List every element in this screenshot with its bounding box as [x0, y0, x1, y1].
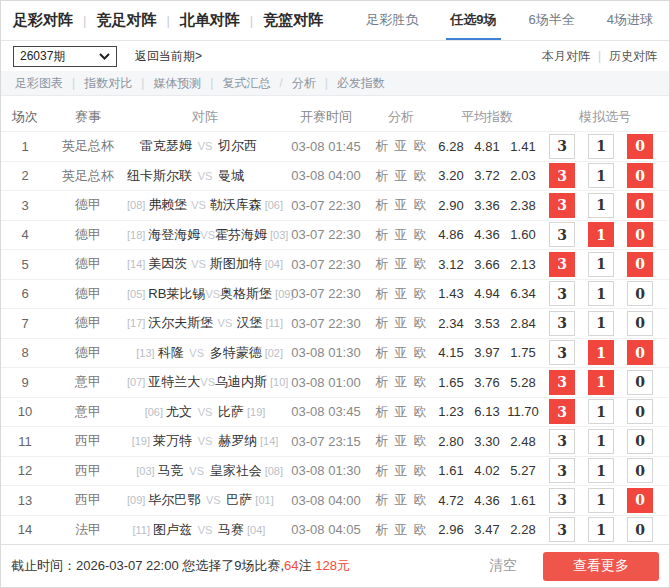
pick-1-button[interactable]: 1: [588, 163, 614, 188]
subnav-item-6[interactable]: 必发指数: [337, 75, 385, 92]
analysis-link-ya[interactable]: 亚: [395, 491, 408, 509]
analysis-link-ya[interactable]: 亚: [395, 373, 408, 391]
analysis-link-ya[interactable]: 亚: [395, 403, 408, 421]
analysis-link-xi[interactable]: 析: [376, 167, 389, 185]
analysis-link-ou[interactable]: 欧: [414, 521, 427, 539]
history-matches-link[interactable]: 历史对阵: [609, 48, 657, 65]
analysis-link-ya[interactable]: 亚: [395, 255, 408, 273]
analysis-link-xi[interactable]: 析: [376, 137, 389, 155]
analysis-link-xi[interactable]: 析: [376, 255, 389, 273]
analysis-link-ya[interactable]: 亚: [395, 167, 408, 185]
analysis-link-ou[interactable]: 欧: [414, 314, 427, 332]
play-type-tab-1[interactable]: 足彩胜负: [362, 1, 422, 40]
pick-3-button[interactable]: 3: [549, 311, 575, 336]
analysis-link-xi[interactable]: 析: [376, 373, 389, 391]
pick-1-button[interactable]: 1: [588, 488, 614, 513]
subnav-item-3[interactable]: 媒体预测: [153, 75, 201, 92]
pick-1-button[interactable]: 1: [588, 252, 614, 277]
pick-3-button[interactable]: 3: [549, 252, 575, 277]
analysis-link-xi[interactable]: 析: [376, 196, 389, 214]
pick-3-button[interactable]: 3: [549, 399, 575, 424]
month-matches-link[interactable]: 本月对阵: [542, 48, 590, 65]
subnav-item-2[interactable]: 指数对比: [84, 75, 132, 92]
analysis-link-ya[interactable]: 亚: [395, 521, 408, 539]
analysis-link-xi[interactable]: 析: [376, 344, 389, 362]
pick-3-button[interactable]: 3: [549, 517, 575, 542]
pick-3-button[interactable]: 3: [549, 281, 575, 306]
pick-1-button[interactable]: 1: [588, 517, 614, 542]
analysis-link-ya[interactable]: 亚: [395, 344, 408, 362]
analysis-link-ou[interactable]: 欧: [414, 432, 427, 450]
analysis-link-ou[interactable]: 欧: [414, 403, 427, 421]
analysis-link-ya[interactable]: 亚: [395, 462, 408, 480]
pick-1-button[interactable]: 1: [588, 193, 614, 218]
analysis-link-ya[interactable]: 亚: [395, 196, 408, 214]
main-tab-3[interactable]: 北单对阵: [180, 11, 240, 30]
pick-0-button[interactable]: 0: [627, 370, 653, 395]
pick-1-button[interactable]: 1: [588, 311, 614, 336]
subnav-item-5[interactable]: 分析: [292, 75, 316, 92]
pick-3-button[interactable]: 3: [549, 134, 575, 159]
analysis-link-xi[interactable]: 析: [376, 314, 389, 332]
analysis-link-xi[interactable]: 析: [376, 462, 389, 480]
back-current-period-link[interactable]: 返回当前期>: [135, 48, 202, 65]
analysis-link-ya[interactable]: 亚: [395, 285, 408, 303]
pick-3-button[interactable]: 3: [549, 340, 575, 365]
pick-0-button[interactable]: 0: [627, 399, 653, 424]
view-more-button[interactable]: 查看更多: [543, 552, 659, 581]
analysis-link-ou[interactable]: 欧: [414, 167, 427, 185]
analysis-link-xi[interactable]: 析: [376, 403, 389, 421]
analysis-link-ou[interactable]: 欧: [414, 285, 427, 303]
pick-0-button[interactable]: 0: [627, 163, 653, 188]
pick-1-button[interactable]: 1: [588, 399, 614, 424]
pick-1-button[interactable]: 1: [588, 222, 614, 247]
pick-0-button[interactable]: 0: [627, 517, 653, 542]
pick-1-button[interactable]: 1: [588, 281, 614, 306]
pick-3-button[interactable]: 3: [549, 429, 575, 454]
pick-3-button[interactable]: 3: [549, 370, 575, 395]
pick-0-button[interactable]: 0: [627, 193, 653, 218]
pick-1-button[interactable]: 1: [588, 458, 614, 483]
analysis-link-ou[interactable]: 欧: [414, 373, 427, 391]
analysis-link-ou[interactable]: 欧: [414, 196, 427, 214]
pick-0-button[interactable]: 0: [627, 134, 653, 159]
pick-1-button[interactable]: 1: [588, 134, 614, 159]
analysis-link-ya[interactable]: 亚: [395, 226, 408, 244]
analysis-link-ou[interactable]: 欧: [414, 491, 427, 509]
analysis-link-ou[interactable]: 欧: [414, 462, 427, 480]
analysis-link-xi[interactable]: 析: [376, 285, 389, 303]
pick-3-button[interactable]: 3: [549, 488, 575, 513]
analysis-link-xi[interactable]: 析: [376, 491, 389, 509]
pick-0-button[interactable]: 0: [627, 222, 653, 247]
pick-1-button[interactable]: 1: [588, 429, 614, 454]
main-tab-4[interactable]: 竞篮对阵: [263, 11, 323, 30]
analysis-link-ou[interactable]: 欧: [414, 255, 427, 273]
pick-0-button[interactable]: 0: [627, 429, 653, 454]
analysis-link-ou[interactable]: 欧: [414, 226, 427, 244]
main-tab-2[interactable]: 竞足对阵: [96, 11, 156, 30]
main-tab-1[interactable]: 足彩对阵: [13, 11, 73, 30]
pick-3-button[interactable]: 3: [549, 163, 575, 188]
pick-3-button[interactable]: 3: [549, 193, 575, 218]
pick-0-button[interactable]: 0: [627, 311, 653, 336]
pick-1-button[interactable]: 1: [588, 340, 614, 365]
pick-1-button[interactable]: 1: [588, 370, 614, 395]
pick-0-button[interactable]: 0: [627, 458, 653, 483]
clear-button[interactable]: 清空: [489, 557, 517, 575]
analysis-link-xi[interactable]: 析: [376, 521, 389, 539]
pick-3-button[interactable]: 3: [549, 222, 575, 247]
analysis-link-ou[interactable]: 欧: [414, 344, 427, 362]
play-type-tab-2[interactable]: 任选9场: [446, 1, 500, 40]
pick-0-button[interactable]: 0: [627, 488, 653, 513]
analysis-link-xi[interactable]: 析: [376, 432, 389, 450]
analysis-link-ya[interactable]: 亚: [395, 314, 408, 332]
play-type-tab-4[interactable]: 4场进球: [603, 1, 657, 40]
play-type-tab-3[interactable]: 6场半全: [525, 1, 579, 40]
pick-0-button[interactable]: 0: [627, 340, 653, 365]
period-select[interactable]: 26037期: [13, 46, 117, 67]
subnav-item-1[interactable]: 足彩图表: [15, 75, 63, 92]
pick-0-button[interactable]: 0: [627, 252, 653, 277]
subnav-item-4[interactable]: 复式汇总: [222, 75, 270, 92]
pick-0-button[interactable]: 0: [627, 281, 653, 306]
analysis-link-ou[interactable]: 欧: [414, 137, 427, 155]
